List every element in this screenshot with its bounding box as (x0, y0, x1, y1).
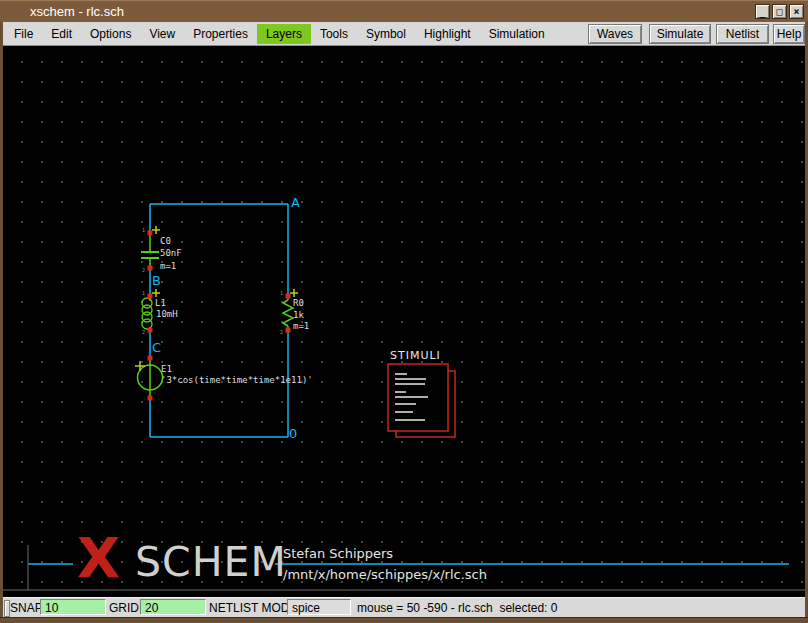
pin-number: 2 (142, 267, 145, 273)
maximize-icon[interactable]: □ (772, 4, 787, 19)
netlist-mode-input[interactable]: spice (287, 599, 351, 615)
pin[interactable] (148, 328, 153, 333)
net-label-a[interactable]: A (291, 196, 300, 209)
snap-input[interactable]: 10 (40, 599, 106, 615)
schematic-canvas[interactable]: 1 2 1 2 (3, 46, 805, 597)
net-label-gnd[interactable]: 0 (289, 427, 297, 440)
menu-item-layers[interactable]: Layers (257, 24, 311, 44)
pin[interactable] (148, 396, 153, 401)
logo-x: X (77, 532, 120, 584)
menu-item-edit[interactable]: Edit (42, 24, 81, 44)
schematic-path-text: /mnt/x/home/schippes/x/rlc.sch (283, 567, 487, 582)
waves-button[interactable]: Waves (588, 24, 642, 44)
window-frame-left (0, 22, 3, 617)
help-button[interactable]: Help (773, 24, 805, 44)
menu-item-options[interactable]: Options (81, 24, 140, 44)
pin[interactable] (286, 294, 291, 299)
close-icon[interactable]: × (789, 4, 804, 19)
pin[interactable] (148, 294, 153, 299)
window-frame-bottom (0, 617, 808, 623)
grid-input[interactable]: 20 (140, 599, 206, 615)
stimuli-icon[interactable] (388, 364, 455, 437)
status-bar: SNAP: 10 GRID: 20 NETLIST MODE: spice mo… (3, 597, 805, 617)
capacitor-ref[interactable]: C0 (160, 236, 171, 246)
resistor-value[interactable]: 1k (293, 310, 304, 320)
plus-mark-icon (152, 289, 160, 297)
menu-item-simulation[interactable]: Simulation (480, 24, 554, 44)
capacitor-mult[interactable]: m=1 (160, 261, 176, 271)
capacitor-value[interactable]: 50nF (160, 248, 182, 258)
plus-mark-icon (135, 361, 145, 371)
pin-number: 1 (142, 290, 145, 296)
netlist-button[interactable]: Netlist (716, 24, 769, 44)
vsource-ref[interactable]: E1 (161, 364, 172, 374)
plus-mark-icon (152, 226, 160, 234)
author-text: Stefan Schippers (283, 546, 393, 561)
vsource-e1[interactable] (135, 356, 163, 401)
capacitor-c0[interactable]: 1 2 (141, 226, 160, 273)
net-label-c[interactable]: C (152, 341, 161, 354)
plus-mark-icon (290, 289, 298, 297)
inductor-ref[interactable]: L1 (155, 298, 166, 308)
simulate-button[interactable]: Simulate (649, 24, 711, 44)
menu-item-file[interactable]: File (5, 24, 42, 44)
pin-number: 2 (142, 329, 145, 335)
schematic-drawing: 1 2 1 2 (3, 46, 805, 597)
net-label-b[interactable]: B (152, 274, 161, 287)
pin[interactable] (148, 266, 153, 271)
menu-item-symbol[interactable]: Symbol (357, 24, 415, 44)
vsource-value[interactable]: '3*cos(time*time*time*1e11)' (161, 375, 313, 385)
window-controls: _ □ × (755, 4, 804, 19)
pin[interactable] (148, 356, 153, 361)
pin[interactable] (286, 328, 291, 333)
menu-item-view[interactable]: View (140, 24, 184, 44)
menu-item-properties[interactable]: Properties (184, 24, 257, 44)
pin-number: 2 (280, 329, 283, 335)
menu-items: File Edit Options View Properties Layers… (5, 22, 554, 46)
window-title: xschem - rlc.sch (30, 4, 124, 19)
resistor-mult[interactable]: m=1 (293, 321, 309, 331)
mouse-status-text: mouse = 50 -590 - rlc.sch selected: 0 (357, 601, 557, 615)
grid-label: GRID: (109, 601, 142, 615)
resistor-ref[interactable]: R0 (293, 298, 304, 308)
stimuli-label[interactable]: STIMULI (390, 349, 441, 362)
title-bar[interactable]: xschem - rlc.sch _ □ × (0, 0, 808, 22)
pin-number: 1 (142, 227, 145, 233)
pin-number: 1 (280, 290, 283, 296)
logo-schem: SCHEM (135, 543, 287, 581)
pin[interactable] (148, 231, 153, 236)
menu-item-tools[interactable]: Tools (311, 24, 357, 44)
menu-bar: File Edit Options View Properties Layers… (3, 22, 805, 46)
menu-item-highlight[interactable]: Highlight (415, 24, 480, 44)
minimize-icon[interactable]: _ (755, 4, 770, 19)
inductor-value[interactable]: 10mH (156, 309, 178, 319)
